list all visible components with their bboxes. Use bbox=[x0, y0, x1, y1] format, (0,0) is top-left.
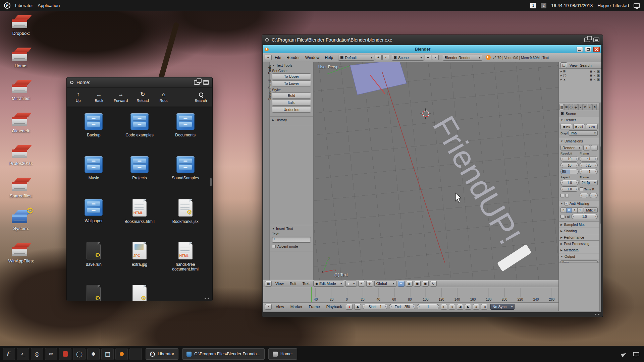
menu-file[interactable]: File bbox=[272, 55, 283, 60]
output-path-field[interactable] bbox=[560, 260, 598, 262]
delete-scene-button[interactable]: × bbox=[432, 55, 439, 60]
rotate-view-icon[interactable]: ↻ bbox=[430, 281, 437, 287]
menu-marker[interactable]: Marker bbox=[288, 305, 305, 309]
minimize-button[interactable] bbox=[577, 47, 583, 52]
panel-header[interactable]: ▼Insert Text bbox=[272, 227, 311, 231]
taskbar-ring-app-icon[interactable]: ◯ bbox=[73, 348, 86, 360]
desktop-icon-dropbox[interactable]: Dropbox: bbox=[5, 15, 38, 36]
eye-icon[interactable]: ◉ bbox=[590, 70, 592, 73]
scene-select[interactable]: ⊞Scene▾ bbox=[392, 55, 424, 61]
editor-type-icon[interactable]: ◔ bbox=[265, 304, 272, 310]
mode-select[interactable]: ◆Edit Mode▾ bbox=[313, 281, 344, 287]
desktop-icon-system[interactable]: ⚙ System: bbox=[5, 210, 38, 231]
border-checkbox[interactable] bbox=[560, 194, 564, 197]
workspace-1-button[interactable]: 1 bbox=[530, 3, 536, 8]
window-duplicate-icon[interactable] bbox=[584, 38, 590, 42]
animation-button[interactable]: ▶Ani bbox=[573, 124, 585, 129]
decrement-icon[interactable]: ‹ bbox=[581, 164, 582, 167]
decrement-icon[interactable]: ‹ bbox=[581, 170, 582, 173]
menu-playback[interactable]: Playback bbox=[324, 305, 344, 309]
scrollbar-thumb[interactable] bbox=[210, 178, 212, 186]
friend-logo-icon[interactable]: F bbox=[4, 2, 10, 9]
italic-button[interactable]: Italic bbox=[272, 100, 311, 106]
taskbar-list-icon[interactable]: ▤ bbox=[101, 348, 114, 360]
layers-icon[interactable]: ▣ bbox=[414, 281, 421, 287]
tab-physics[interactable]: ⚑ bbox=[592, 104, 597, 110]
remap-new-field[interactable]: ‹› bbox=[589, 193, 598, 198]
aa-samples-8-button[interactable]: 8 bbox=[567, 207, 572, 213]
file-manager-content[interactable]: Backup Code examples Documents Music Pro… bbox=[67, 107, 212, 301]
add-scene-button[interactable]: + bbox=[425, 55, 431, 60]
tab-world[interactable]: ◯ bbox=[569, 104, 573, 110]
clipped-file-item[interactable]: ⚙ bbox=[117, 285, 163, 301]
scrollbar-thumb[interactable] bbox=[600, 146, 601, 224]
play-button[interactable]: ▶ bbox=[465, 304, 471, 310]
increment-icon[interactable]: › bbox=[576, 157, 577, 161]
panel-header[interactable]: ▼✓Anti-Aliasing bbox=[559, 200, 599, 206]
script-file-item[interactable]: ⚙Bookmarks.jsx bbox=[162, 199, 208, 237]
maximize-button[interactable] bbox=[585, 47, 591, 52]
menu-edit[interactable]: Edit bbox=[287, 282, 299, 286]
search-button[interactable]: Search bbox=[195, 92, 207, 103]
taskbar-user-icon[interactable]: ☻ bbox=[87, 348, 100, 360]
record-button[interactable]: ● bbox=[346, 304, 353, 310]
aa-filter-select[interactable]: Mitc▾ bbox=[584, 207, 598, 213]
frame-end-field[interactable]: ‹End:250› bbox=[389, 304, 415, 309]
render-toggle-icon[interactable]: ▣ bbox=[597, 74, 600, 77]
taskbar-atom-app-icon[interactable] bbox=[129, 348, 142, 360]
current-frame-field[interactable]: ‹1› bbox=[417, 304, 439, 309]
aa-checkbox[interactable]: ✓ bbox=[565, 202, 568, 205]
menu-view[interactable]: View bbox=[273, 282, 286, 286]
play-reverse-button[interactable]: ◀ bbox=[457, 304, 463, 310]
render-button[interactable]: ▣Re bbox=[560, 124, 572, 129]
panel-header[interactable]: ▶Post Processing bbox=[559, 241, 599, 247]
image-file-item[interactable]: JPGextra.jpg bbox=[117, 242, 163, 280]
window-titlebar[interactable]: Home: bbox=[67, 77, 212, 87]
decrement-icon[interactable]: ‹ bbox=[573, 215, 574, 218]
eye-icon[interactable]: ◉ bbox=[590, 78, 592, 81]
resolution-percent-slider[interactable]: 50 bbox=[560, 169, 579, 174]
timeline-playhead[interactable] bbox=[311, 287, 312, 302]
folder-item[interactable]: Code examples bbox=[117, 113, 163, 151]
next-keyframe-button[interactable]: » bbox=[473, 304, 479, 310]
increment-icon[interactable]: › bbox=[576, 187, 577, 191]
folder-item[interactable]: Projects bbox=[117, 156, 163, 194]
insert-text-input[interactable] bbox=[272, 237, 311, 243]
decrement-icon[interactable]: ‹ bbox=[562, 181, 563, 184]
html-file-item[interactable]: HTMLhands-free document.html bbox=[162, 242, 208, 280]
window-titlebar[interactable]: C:\Program Files\Blender Foundation\Blen… bbox=[262, 35, 603, 45]
up-button[interactable]: ↑Up bbox=[72, 92, 84, 103]
increment-icon[interactable]: › bbox=[413, 305, 414, 308]
tab-material[interactable]: ✦ bbox=[588, 104, 592, 110]
jump-start-button[interactable]: ⇤ bbox=[441, 304, 447, 310]
accent-mode-row[interactable]: Accent mode bbox=[272, 244, 311, 248]
outliner-tree[interactable]: ▸⊞◉↖▣ ▸◯◉↖▣ ▸▲◉↖▣ bbox=[559, 69, 601, 103]
render-toggle-icon[interactable]: ▣ bbox=[597, 78, 600, 81]
increment-icon[interactable]: › bbox=[586, 194, 587, 197]
frame-end-field[interactable]: ‹: 25› bbox=[580, 163, 598, 168]
increment-icon[interactable]: › bbox=[595, 157, 596, 161]
time-remap-checkbox[interactable] bbox=[580, 187, 583, 191]
audio-button[interactable]: ♪Au bbox=[586, 124, 598, 129]
increment-icon[interactable]: › bbox=[576, 181, 577, 184]
desktop-icon-winappfiles[interactable]: WinAppFiles: bbox=[5, 242, 38, 263]
viewport-3d[interactable]: FriendUP! y x User Persp (1) Text bbox=[314, 62, 558, 280]
jump-end-button[interactable]: ⇥ bbox=[481, 304, 487, 310]
menu-application[interactable]: Application bbox=[38, 3, 60, 8]
aspect-x-field[interactable]: ‹1.0› bbox=[560, 180, 579, 185]
window-options-icon[interactable] bbox=[593, 38, 599, 42]
aspect-y-field[interactable]: ‹1.0› bbox=[560, 186, 579, 192]
taskbar-disc-icon[interactable]: ◎ bbox=[31, 348, 43, 360]
decrement-icon[interactable]: ‹ bbox=[391, 305, 392, 308]
decrement-icon[interactable]: ‹ bbox=[581, 157, 582, 161]
increment-icon[interactable]: › bbox=[595, 170, 596, 173]
panel-header[interactable]: ▼Render bbox=[559, 117, 599, 123]
menu-render[interactable]: Render bbox=[284, 55, 302, 60]
menu-search[interactable]: Search bbox=[580, 63, 592, 67]
decrement-icon[interactable]: ‹ bbox=[364, 305, 365, 308]
taskbar-orange-app-icon[interactable] bbox=[115, 348, 128, 360]
taskbar-editor-icon[interactable]: ✏ bbox=[45, 348, 57, 360]
increment-icon[interactable]: › bbox=[595, 194, 596, 197]
menu-window[interactable]: Window bbox=[303, 55, 322, 60]
folder-item[interactable]: Music bbox=[71, 156, 117, 194]
